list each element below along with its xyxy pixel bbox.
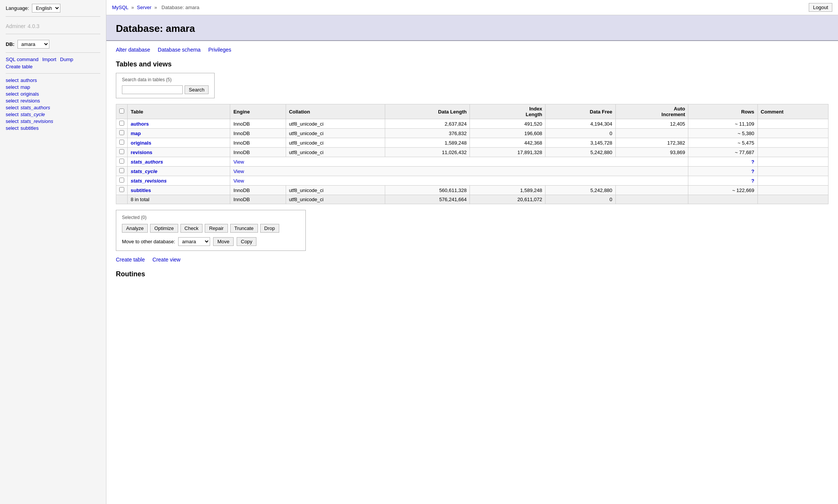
db-select[interactable]: amara: [17, 40, 49, 49]
sidebar-table-stats-cycle[interactable]: stats_cycle: [21, 112, 45, 117]
table-link-revisions[interactable]: revisions: [131, 150, 152, 155]
q-link-stats-cycle[interactable]: ?: [751, 169, 754, 174]
alter-database-link[interactable]: Alter database: [116, 47, 150, 53]
row-checkbox-stats-cycle[interactable]: [119, 168, 124, 173]
row-checkbox-stats-authors[interactable]: [119, 159, 124, 164]
optimize-button[interactable]: Optimize: [150, 224, 178, 233]
sidebar-select-subtitles[interactable]: select: [6, 125, 19, 131]
sidebar-table-originals[interactable]: originals: [21, 91, 39, 97]
table-link-originals[interactable]: originals: [131, 140, 151, 146]
select-all-header: [116, 104, 128, 119]
row-checkbox-subtitles[interactable]: [119, 187, 124, 192]
sidebar-item-subtitles: select subtitles: [6, 125, 100, 131]
move-db-select[interactable]: amara: [178, 237, 210, 246]
selected-title: Selected (0): [122, 215, 300, 220]
sidebar-select-stats-revisions[interactable]: select: [6, 118, 19, 124]
language-select[interactable]: English: [32, 4, 60, 13]
app-logo: Adminer 4.0.3: [6, 21, 100, 34]
table-row: stats_revisions View ?: [116, 176, 829, 186]
sidebar-select-revisions[interactable]: select: [6, 98, 19, 104]
move-label: Move to other database:: [122, 239, 175, 244]
database-schema-link[interactable]: Database schema: [158, 47, 201, 53]
selected-buttons: Analyze Optimize Check Repair Truncate D…: [122, 224, 300, 233]
repair-button[interactable]: Repair: [205, 224, 228, 233]
db-label: DB:: [6, 41, 14, 47]
table-row: subtitles InnoDB utf8_unicode_ci 560,611…: [116, 186, 829, 195]
sidebar-nav: SQL command Import Dump Create table: [6, 57, 100, 74]
selected-section: Selected (0) Analyze Optimize Check Repa…: [116, 210, 306, 251]
language-label: Language:: [6, 5, 29, 11]
sidebar-table-revisions[interactable]: revisions: [21, 98, 40, 104]
sidebar: Language: English Adminer 4.0.3 DB: amar…: [0, 0, 106, 504]
copy-button[interactable]: Copy: [237, 237, 256, 246]
table-link-stats-revisions[interactable]: stats_revisions: [131, 178, 167, 184]
sidebar-sql-command[interactable]: SQL command: [6, 57, 38, 62]
sidebar-item-map: select map: [6, 84, 100, 90]
table-row: map InnoDB utf8_unicode_ci 376,832 196,6…: [116, 129, 829, 138]
sidebar-item-originals: select originals: [6, 91, 100, 97]
search-box: Search data in tables (5) Search: [116, 73, 215, 98]
table-link-subtitles[interactable]: subtitles: [131, 187, 151, 193]
table-link-stats-authors[interactable]: stats_authors: [131, 159, 163, 165]
table-link-authors[interactable]: authors: [131, 121, 149, 127]
topbar: MySQL » Server » Database: amara Logout: [106, 0, 838, 15]
logout-button[interactable]: Logout: [809, 3, 832, 12]
row-checkbox-revisions[interactable]: [119, 149, 124, 154]
sidebar-select-stats-cycle[interactable]: select: [6, 112, 19, 117]
analyze-button[interactable]: Analyze: [122, 224, 148, 233]
sidebar-table-map[interactable]: map: [21, 84, 30, 90]
sidebar-create-table[interactable]: Create table: [6, 64, 33, 69]
row-checkbox-stats-revisions[interactable]: [119, 178, 124, 183]
privileges-link[interactable]: Privileges: [208, 47, 231, 53]
row-checkbox-originals[interactable]: [119, 140, 124, 145]
view-link-stats-authors[interactable]: View: [233, 159, 244, 165]
breadcrumb-server[interactable]: Server: [137, 5, 151, 10]
view-link-stats-cycle[interactable]: View: [233, 169, 244, 174]
view-link-stats-revisions[interactable]: View: [233, 178, 244, 184]
sidebar-table-authors[interactable]: authors: [21, 77, 37, 83]
page-title: Database: amara: [116, 23, 829, 35]
col-auto-increment: AutoIncrement: [615, 104, 688, 119]
row-checkbox-map[interactable]: [119, 130, 124, 135]
search-button[interactable]: Search: [185, 85, 209, 94]
breadcrumb: MySQL » Server » Database: amara: [112, 5, 201, 10]
sidebar-select-stats-authors[interactable]: select: [6, 105, 19, 110]
db-selector: DB: amara: [6, 40, 100, 53]
drop-button[interactable]: Drop: [260, 224, 279, 233]
bottom-links: Create table Create view: [116, 257, 829, 263]
truncate-button[interactable]: Truncate: [230, 224, 258, 233]
q-link-stats-revisions[interactable]: ?: [751, 178, 754, 184]
col-data-free: Data Free: [545, 104, 616, 119]
sidebar-select-map[interactable]: select: [6, 84, 19, 90]
table-row: revisions InnoDB utf8_unicode_ci 11,026,…: [116, 148, 829, 157]
sidebar-import[interactable]: Import: [42, 57, 56, 62]
move-button[interactable]: Move: [213, 237, 234, 246]
sidebar-table-stats-authors[interactable]: stats_authors: [21, 105, 50, 110]
table-link-map[interactable]: map: [131, 131, 141, 136]
table-row: stats_authors View ?: [116, 157, 829, 167]
row-checkbox-authors[interactable]: [119, 121, 124, 126]
breadcrumb-database: Database: amara: [161, 5, 199, 10]
total-row: 8 in total InnoDB utf8_unicode_ci 576,24…: [116, 195, 829, 204]
table-link-stats-cycle[interactable]: stats_cycle: [131, 169, 157, 174]
sidebar-table-stats-revisions[interactable]: stats_revisions: [21, 118, 53, 124]
q-link-stats-authors[interactable]: ?: [751, 159, 754, 165]
select-all-checkbox[interactable]: [119, 109, 124, 113]
breadcrumb-mysql[interactable]: MySQL: [112, 5, 128, 10]
sidebar-item-stats-authors: select stats_authors: [6, 105, 100, 110]
tables-table: Table Engine Collation Data Length Index…: [116, 104, 829, 204]
check-button[interactable]: Check: [180, 224, 203, 233]
sidebar-select-authors[interactable]: select: [6, 77, 19, 83]
create-table-link[interactable]: Create table: [116, 257, 145, 263]
routines-title: Routines: [116, 270, 829, 278]
main-content: MySQL » Server » Database: amara Logout …: [106, 0, 838, 504]
page-header: Database: amara: [106, 15, 838, 41]
sidebar-item-authors: select authors: [6, 77, 100, 83]
sidebar-dump[interactable]: Dump: [60, 57, 73, 62]
sidebar-table-subtitles[interactable]: subtitles: [21, 125, 39, 131]
create-view-link[interactable]: Create view: [152, 257, 180, 263]
main-body: Alter database Database schema Privilege…: [106, 41, 838, 284]
search-input[interactable]: [122, 85, 183, 94]
sidebar-select-originals[interactable]: select: [6, 91, 19, 97]
col-data-length: Data Length: [385, 104, 470, 119]
